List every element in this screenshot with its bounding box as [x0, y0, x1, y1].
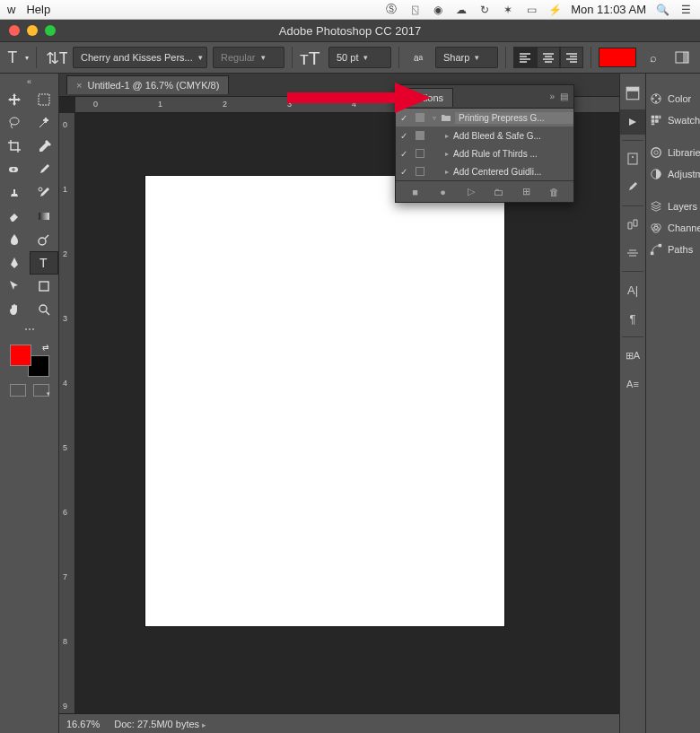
disclosure-icon[interactable]: ▸ [441, 168, 453, 176]
channels-panel-button[interactable]: Channels [646, 217, 700, 239]
trash-icon[interactable]: 🗑 [547, 187, 562, 197]
quickmask-icon[interactable] [10, 384, 26, 397]
hand-tool[interactable] [0, 298, 30, 321]
color-panel-button[interactable]: Color [646, 88, 700, 109]
dialog-toggle[interactable] [412, 149, 428, 158]
dialog-toggle[interactable] [412, 113, 428, 122]
healing-brush-tool[interactable] [0, 158, 30, 181]
panel-menu-icon[interactable]: ▤ [560, 92, 568, 101]
color-picker[interactable]: ⇄ [8, 343, 51, 379]
tool-preset-icon[interactable]: T▾ [5, 46, 29, 69]
notification-icon[interactable]: ☰ [678, 3, 693, 17]
screenmode-icon[interactable]: ▾ [33, 384, 49, 397]
properties-panel-icon[interactable] [620, 81, 645, 106]
align-center-button[interactable] [537, 47, 560, 68]
text-color-swatch[interactable] [599, 48, 636, 67]
move-tool[interactable] [0, 88, 30, 111]
collapse-panel-icon[interactable]: » [549, 92, 555, 101]
dialog-toggle[interactable] [412, 167, 428, 176]
cc-icon[interactable]: ◉ [431, 3, 445, 17]
dialog-toggle[interactable] [412, 131, 428, 140]
character-panel-icon[interactable]: A| [620, 277, 645, 302]
path-selection-tool[interactable] [0, 275, 30, 298]
clock[interactable]: Mon 11:03 AM [571, 3, 646, 16]
lasso-tool[interactable] [0, 111, 30, 135]
stop-icon[interactable]: ■ [408, 187, 423, 197]
clone-stamp-tool[interactable] [0, 181, 30, 205]
play-icon[interactable]: ▷ [464, 186, 478, 197]
toolbox-collapse-icon[interactable]: « [0, 77, 58, 88]
brush-tool[interactable] [30, 158, 59, 181]
shape-tool[interactable] [30, 275, 59, 298]
foreground-color-swatch[interactable] [10, 345, 31, 366]
char-styles-panel-icon[interactable]: A≡ [620, 371, 645, 397]
eyedropper-tool[interactable] [30, 135, 59, 158]
antialias-dropdown[interactable]: Sharp▾ [435, 47, 498, 68]
record-icon[interactable]: ● [436, 187, 451, 197]
chevron-right-icon[interactable]: ▸ [202, 720, 206, 729]
menu-item-help[interactable]: Help [26, 3, 50, 16]
gradient-tool[interactable] [30, 205, 59, 228]
type-tool[interactable]: T [30, 251, 59, 275]
clone-source-panel-icon[interactable] [620, 212, 645, 237]
align-left-button[interactable] [513, 47, 537, 68]
collapse-panels-icon[interactable]: » [646, 75, 700, 88]
menu-item[interactable]: w [7, 3, 15, 16]
navigator-panel-icon[interactable] [620, 240, 645, 266]
action-row[interactable]: ✓ ▸ Add Rule of Thirds ... [396, 144, 573, 162]
new-set-icon[interactable]: 🗀 [492, 187, 506, 197]
history-brush-tool[interactable] [30, 181, 59, 205]
disclosure-icon[interactable]: ▿ [428, 114, 441, 122]
disclosure-icon[interactable]: ▸ [441, 132, 453, 140]
action-row[interactable]: ✓ ▸ Add Bleed & Safe G... [396, 127, 573, 144]
history-panel-icon[interactable] [620, 109, 645, 135]
check-icon[interactable]: ✓ [396, 113, 412, 123]
align-right-button[interactable] [560, 47, 583, 68]
spotlight-icon[interactable]: 🔍 [655, 3, 669, 17]
glyphs-panel-icon[interactable]: ⊞A [620, 343, 645, 368]
magic-wand-tool[interactable] [30, 111, 59, 135]
eraser-tool[interactable] [0, 205, 30, 228]
layers-panel-button[interactable]: Layers [646, 196, 700, 217]
warp-text-icon[interactable]: ⌕ [642, 46, 665, 69]
document-tab[interactable]: × Untitled-1 @ 16.7% (CMYK/8) [66, 75, 229, 94]
disclosure-icon[interactable]: ▸ [441, 150, 453, 158]
font-style-dropdown[interactable]: Regular▾ [213, 47, 284, 68]
dropbox-icon[interactable]: ⍂ [407, 3, 422, 17]
zoom-level[interactable]: 16.67% [66, 719, 100, 729]
libraries-panel-button[interactable]: Libraries [646, 142, 700, 163]
swap-colors-icon[interactable]: ⇄ [42, 343, 49, 352]
actions-tab[interactable]: Actions [401, 88, 453, 107]
canvas-viewport[interactable] [75, 113, 619, 713]
zoom-tool[interactable] [30, 298, 59, 321]
brush-settings-panel-icon[interactable] [620, 175, 645, 200]
pen-tool[interactable] [0, 251, 30, 275]
minimize-window-button[interactable] [27, 25, 38, 36]
blur-tool[interactable] [0, 228, 30, 251]
canvas[interactable] [145, 176, 504, 626]
action-row[interactable]: ✓ ▸ Add Centered Guidli... [396, 162, 573, 180]
doc-info[interactable]: Doc: 27.5M/0 bytes ▸ [114, 719, 206, 729]
display-icon[interactable]: ▭ [524, 3, 538, 17]
adjustments-panel-button[interactable]: Adjustments [646, 163, 700, 185]
zoom-window-button[interactable] [45, 25, 56, 36]
ruler-vertical[interactable]: 0123456789 [59, 113, 75, 713]
check-icon[interactable]: ✓ [396, 149, 412, 159]
paths-panel-button[interactable]: Paths [646, 239, 700, 260]
check-icon[interactable]: ✓ [396, 167, 412, 177]
brush-panel-icon[interactable] [620, 146, 645, 171]
cloud-icon[interactable]: ☁ [454, 3, 468, 17]
check-icon[interactable]: ✓ [396, 131, 412, 141]
close-window-button[interactable] [9, 25, 20, 36]
wifi-icon[interactable]: ✶ [501, 3, 515, 17]
text-orientation-icon[interactable]: ⇅T [44, 46, 67, 69]
actions-panel-header[interactable]: Actions » ▤ [396, 85, 573, 109]
battery-icon[interactable]: ⚡ [547, 3, 562, 17]
close-tab-icon[interactable]: × [76, 80, 82, 91]
crop-tool[interactable] [0, 135, 30, 158]
dodge-tool[interactable] [30, 228, 59, 251]
marquee-tool[interactable] [30, 88, 59, 111]
action-set-row[interactable]: ✓ ▿ Printing Prepress G... [396, 109, 573, 127]
timemachine-icon[interactable]: ↻ [477, 3, 492, 17]
character-panel-icon[interactable] [670, 46, 694, 69]
